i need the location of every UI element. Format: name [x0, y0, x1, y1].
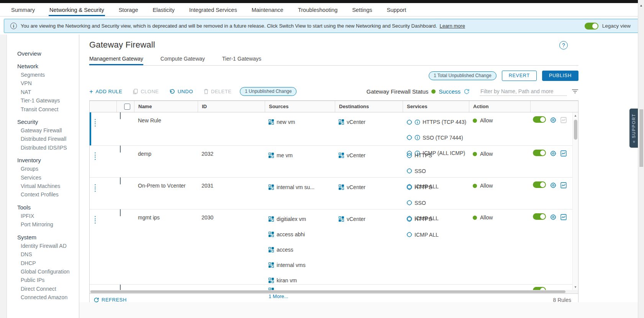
sidebar-item[interactable]: Segments [17, 71, 79, 79]
entity-chip[interactable]: access [269, 245, 333, 254]
legacy-view-toggle[interactable] [585, 23, 598, 30]
rule-settings-gear-icon[interactable] [550, 117, 556, 123]
service-chip[interactable]: SSO [406, 166, 467, 176]
entity-chip[interactable]: vCenter [339, 117, 400, 127]
gateway-tab[interactable]: Compute Gateway [161, 56, 205, 65]
publish-button[interactable]: PUBLISH [542, 71, 578, 81]
table-row[interactable]: New Rule new vm vCenter HTTPS (TCP 443) … [90, 112, 578, 146]
sidebar-section-header[interactable]: Tools [17, 203, 79, 212]
service-chip[interactable]: HTTPS [406, 214, 467, 224]
top-nav-tab[interactable]: Settings [351, 5, 373, 16]
service-chip[interactable]: HTTPS [406, 151, 467, 160]
support-flyout-tab[interactable]: « SUPPORT [629, 109, 638, 148]
rule-stats-graph-icon[interactable] [560, 150, 567, 157]
sidebar-item[interactable]: Gateway Firewall [17, 126, 79, 135]
row-checkbox[interactable] [120, 177, 121, 185]
sidebar-section-header[interactable]: Overview [17, 49, 79, 58]
rule-action[interactable]: Allow [473, 117, 528, 124]
table-row[interactable]: mgmt ips 2030 digitialex vm access abhi … [90, 209, 578, 285]
rule-action[interactable]: Allow [473, 214, 528, 221]
delete-button[interactable]: DELETE [203, 89, 232, 94]
sidebar-item[interactable]: Distributed IDS/IPS [17, 143, 79, 152]
table-row[interactable]: On-Prem to Vcenter 2031 internal vm su..… [90, 178, 578, 209]
entity-chip[interactable]: vCenter [339, 183, 400, 192]
rule-stats-graph-icon[interactable] [560, 182, 567, 188]
sidebar-item[interactable]: DNS [17, 250, 79, 259]
top-nav-tab[interactable]: Support [386, 5, 407, 16]
table-vertical-scrollbar[interactable]: ▲ ▼ [572, 112, 578, 290]
drag-handle[interactable] [95, 184, 96, 192]
sidebar-item[interactable]: Virtual Machines [17, 182, 79, 190]
service-chip[interactable]: ICMP ALL [406, 230, 467, 240]
column-header-sources[interactable]: Sources [265, 101, 335, 112]
page-scrollbar[interactable]: ▲ [638, 0, 644, 318]
row-checkbox[interactable] [120, 112, 121, 119]
sidebar-section-header[interactable]: Network [17, 62, 79, 71]
column-header-id[interactable]: ID [198, 101, 265, 112]
sidebar-item[interactable]: Transit Connect [17, 105, 79, 114]
gateway-tab[interactable]: Tier-1 Gateways [222, 56, 261, 65]
sidebar-item[interactable]: Services [17, 173, 79, 182]
status-refresh-icon[interactable] [464, 88, 470, 94]
top-nav-tab[interactable]: Elasticity [152, 5, 175, 16]
service-chip[interactable]: HTTPS (TCP 443) [406, 117, 467, 127]
top-nav-tab[interactable]: Troubleshooting [297, 5, 338, 16]
revert-button[interactable]: REVERT [502, 71, 537, 81]
scroll-up-arrow[interactable]: ▲ [573, 114, 578, 117]
rule-settings-gear-icon[interactable] [550, 214, 556, 220]
filter-icon[interactable] [572, 89, 578, 94]
add-rule-button[interactable]: + ADD RULE [89, 89, 122, 94]
rule-enabled-toggle[interactable] [533, 287, 546, 290]
top-nav-tab[interactable]: Summary [10, 5, 36, 16]
row-checkbox[interactable] [120, 209, 121, 216]
top-nav-tab[interactable]: Integrated Services [188, 5, 238, 16]
sidebar-item[interactable]: Public IPs [17, 276, 79, 284]
row-checkbox[interactable] [120, 145, 121, 153]
filter-input[interactable] [480, 87, 567, 96]
sidebar-item[interactable]: Groups [17, 165, 79, 173]
sidebar-section-header[interactable]: Inventory [17, 156, 79, 165]
column-header-services[interactable]: Services [403, 101, 469, 112]
column-header-destinations[interactable]: Destinations [335, 101, 403, 112]
rule-stats-graph-icon[interactable] [560, 117, 567, 123]
entity-chip[interactable]: internal vms [269, 260, 333, 270]
entity-chip[interactable]: kiran vm [269, 276, 333, 285]
entity-chip[interactable]: vCenter [339, 214, 400, 224]
sidebar-item[interactable]: Direct Connect [17, 285, 79, 293]
entity-chip[interactable]: digitialex vm [269, 214, 333, 224]
sidebar-item[interactable]: VPN [17, 79, 79, 87]
help-icon[interactable]: ? [559, 41, 568, 49]
page-scroll-thumb[interactable] [639, 109, 643, 167]
sidebar-item[interactable]: Distributed Firewall [17, 135, 79, 143]
rule-settings-gear-icon[interactable] [550, 150, 556, 157]
gateway-tab[interactable]: Management Gateway [89, 56, 143, 65]
rule-action[interactable]: Allow [473, 151, 528, 157]
entity-chip[interactable]: internal vm su... [269, 183, 333, 192]
select-all-checkbox[interactable] [124, 104, 130, 110]
rule-stats-graph-icon[interactable] [560, 214, 567, 220]
table-row[interactable]: demp 2032 me vm vCenter HTTPS SSO ICMP A… [90, 146, 578, 178]
rule-action[interactable]: Allow [473, 183, 528, 189]
page-scroll-up-arrow[interactable]: ▲ [638, 4, 644, 7]
sidebar-item[interactable]: Context Profiles [17, 190, 79, 199]
rule-settings-gear-icon[interactable] [550, 182, 556, 188]
entity-chip[interactable]: me vm [269, 151, 333, 160]
column-header-name[interactable]: Name [134, 101, 198, 112]
entity-chip[interactable]: new vm [269, 117, 333, 127]
service-chip[interactable]: SSO (TCP 7444) [406, 133, 467, 143]
rule-enabled-toggle[interactable] [533, 150, 546, 156]
drag-handle[interactable] [95, 216, 96, 224]
top-nav-tab[interactable]: Maintenance [251, 5, 284, 16]
rule-enabled-toggle[interactable] [533, 116, 546, 123]
entity-chip[interactable]: vCenter [339, 151, 400, 160]
sidebar-item[interactable]: NAT [17, 88, 79, 96]
clone-button[interactable]: CLONE [133, 89, 159, 94]
table-horizontal-scrollbar[interactable] [90, 290, 578, 293]
learn-more-link[interactable]: Learn more [439, 23, 465, 29]
entity-chip[interactable]: access abhi [269, 230, 333, 239]
scroll-thumb[interactable] [574, 120, 577, 140]
column-header-action[interactable]: Action [469, 101, 530, 112]
undo-button[interactable]: UNDO [169, 89, 193, 94]
sidebar-item[interactable]: Tier-1 Gateways [17, 96, 79, 105]
row-checkbox[interactable] [120, 285, 121, 290]
